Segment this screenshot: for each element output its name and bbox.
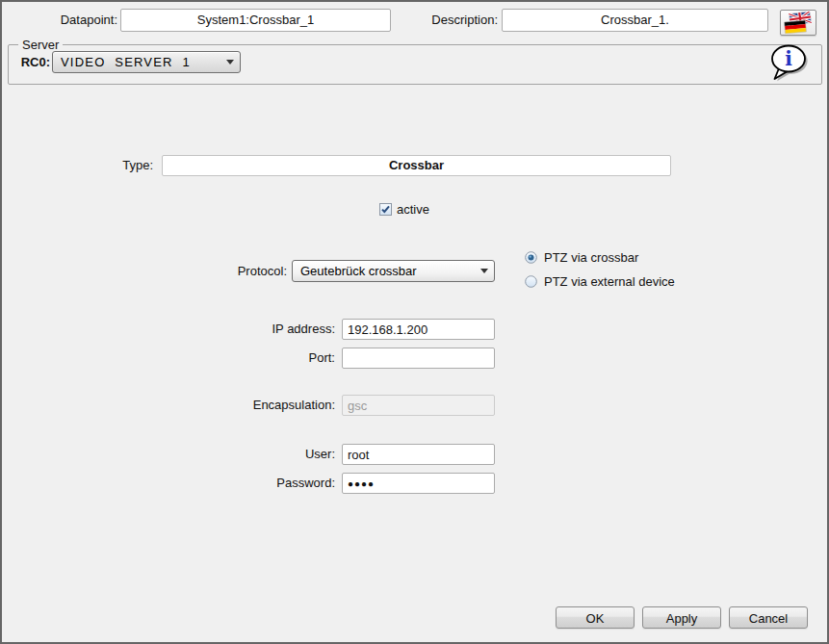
- info-speech-bubble-icon: i: [768, 43, 811, 84]
- port-input[interactable]: [342, 348, 495, 369]
- help-button[interactable]: i: [768, 43, 811, 84]
- protocol-select-value: Geutebrück crossbar: [300, 264, 475, 278]
- chevron-down-icon: [480, 269, 488, 273]
- apply-button[interactable]: Apply: [642, 606, 721, 629]
- ok-button[interactable]: OK: [556, 606, 635, 629]
- cancel-button[interactable]: Cancel: [729, 606, 808, 629]
- type-field: Crossbar: [162, 155, 671, 176]
- protocol-label: Protocol:: [191, 260, 287, 282]
- encapsulation-label: Encapsulation:: [229, 395, 335, 416]
- rc0-label: RC0:: [12, 51, 50, 73]
- radio-selected-icon: [525, 251, 537, 264]
- checkbox-checked-icon: [379, 203, 392, 216]
- device-settings-dialog: Datapoint: System1:Crossbar_1 Descriptio…: [0, 0, 829, 644]
- radio-ptz-via-crossbar[interactable]: [525, 251, 537, 264]
- radio-ptz-via-crossbar-label: PTZ via crossbar: [544, 250, 638, 265]
- description-label: Description:: [409, 9, 498, 32]
- language-flag-button[interactable]: [780, 10, 816, 36]
- user-label: User:: [239, 444, 335, 465]
- type-label: Type:: [57, 155, 153, 176]
- user-input[interactable]: [342, 444, 495, 465]
- uk-german-flag-icon: [783, 12, 814, 34]
- server-group-title: Server: [18, 38, 63, 52]
- ip-address-input[interactable]: [342, 319, 495, 340]
- radio-ptz-via-external-device[interactable]: [525, 275, 537, 288]
- description-field[interactable]: Crossbar_1.: [502, 9, 768, 32]
- active-checkbox[interactable]: [379, 203, 392, 216]
- datapoint-field[interactable]: System1:Crossbar_1: [120, 9, 391, 32]
- server-select[interactable]: VIDEO SERVER 1: [52, 51, 241, 73]
- ip-address-label: IP address:: [239, 319, 335, 340]
- password-label: Password:: [239, 473, 335, 494]
- datapoint-label: Datapoint:: [21, 9, 117, 32]
- encapsulation-input: [342, 395, 495, 416]
- radio-unselected-icon: [525, 275, 537, 288]
- chevron-down-icon: [226, 60, 234, 64]
- port-label: Port:: [239, 348, 335, 369]
- active-label: active: [397, 202, 429, 217]
- server-select-value: VIDEO SERVER 1: [61, 55, 220, 69]
- radio-ptz-via-external-device-label: PTZ via external device: [544, 274, 675, 289]
- password-input[interactable]: [342, 473, 495, 494]
- protocol-select[interactable]: Geutebrück crossbar: [292, 260, 495, 282]
- svg-text:i: i: [785, 47, 792, 70]
